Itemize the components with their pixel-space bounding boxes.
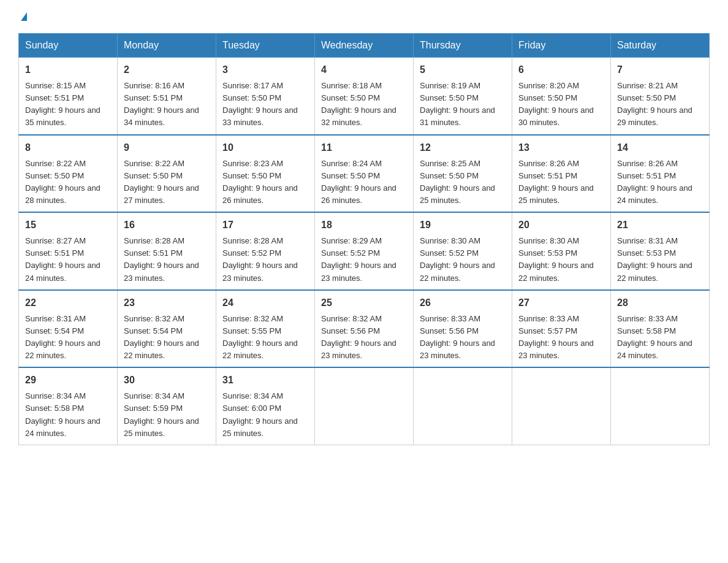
logo — [18, 12, 27, 21]
day-number: 3 — [222, 63, 308, 77]
calendar-day-cell: 23 Sunrise: 8:32 AMSunset: 5:54 PMDaylig… — [118, 290, 216, 368]
weekday-header-friday: Friday — [512, 34, 611, 58]
day-number: 12 — [420, 140, 506, 155]
logo-triangle-icon — [21, 12, 27, 21]
day-info: Sunrise: 8:22 AMSunset: 5:50 PMDaylight:… — [124, 159, 199, 205]
day-info: Sunrise: 8:22 AMSunset: 5:50 PMDaylight:… — [25, 159, 100, 205]
day-info: Sunrise: 8:21 AMSunset: 5:50 PMDaylight:… — [617, 81, 692, 127]
day-info: Sunrise: 8:32 AMSunset: 5:56 PMDaylight:… — [321, 314, 396, 360]
calendar-day-cell: 24 Sunrise: 8:32 AMSunset: 5:55 PMDaylig… — [216, 290, 315, 368]
day-info: Sunrise: 8:26 AMSunset: 5:51 PMDaylight:… — [518, 159, 594, 205]
day-info: Sunrise: 8:31 AMSunset: 5:54 PMDaylight:… — [25, 314, 100, 360]
calendar-day-cell: 20 Sunrise: 8:30 AMSunset: 5:53 PMDaylig… — [512, 212, 611, 290]
day-info: Sunrise: 8:30 AMSunset: 5:53 PMDaylight:… — [518, 236, 594, 282]
calendar-day-cell: 5 Sunrise: 8:19 AMSunset: 5:50 PMDayligh… — [414, 58, 512, 135]
calendar-day-cell: 2 Sunrise: 8:16 AMSunset: 5:51 PMDayligh… — [118, 58, 216, 135]
calendar-week-row: 15 Sunrise: 8:27 AMSunset: 5:51 PMDaylig… — [19, 212, 710, 290]
day-info: Sunrise: 8:33 AMSunset: 5:58 PMDaylight:… — [617, 314, 692, 360]
day-number: 11 — [321, 140, 407, 155]
day-number: 26 — [420, 296, 506, 310]
calendar-day-cell: 14 Sunrise: 8:26 AMSunset: 5:51 PMDaylig… — [611, 135, 710, 213]
day-number: 21 — [617, 218, 703, 232]
day-number: 1 — [25, 63, 111, 77]
day-info: Sunrise: 8:32 AMSunset: 5:54 PMDaylight:… — [124, 314, 199, 360]
day-number: 13 — [518, 140, 604, 155]
weekday-header-saturday: Saturday — [611, 34, 710, 58]
day-number: 5 — [420, 63, 506, 77]
calendar-table: SundayMondayTuesdayWednesdayThursdayFrid… — [18, 33, 710, 445]
weekday-header-sunday: Sunday — [19, 34, 118, 58]
day-number: 10 — [222, 140, 308, 155]
day-number: 9 — [124, 140, 210, 155]
calendar-week-row: 29 Sunrise: 8:34 AMSunset: 5:58 PMDaylig… — [19, 367, 710, 445]
calendar-day-cell: 28 Sunrise: 8:33 AMSunset: 5:58 PMDaylig… — [611, 290, 710, 368]
day-number: 6 — [518, 63, 604, 77]
calendar-day-cell: 10 Sunrise: 8:23 AMSunset: 5:50 PMDaylig… — [216, 135, 315, 213]
calendar-day-cell — [315, 367, 414, 445]
day-info: Sunrise: 8:17 AMSunset: 5:50 PMDaylight:… — [222, 81, 298, 127]
day-number: 28 — [617, 296, 703, 310]
calendar-day-cell: 15 Sunrise: 8:27 AMSunset: 5:51 PMDaylig… — [19, 212, 118, 290]
calendar-day-cell: 25 Sunrise: 8:32 AMSunset: 5:56 PMDaylig… — [315, 290, 414, 368]
weekday-header-thursday: Thursday — [414, 34, 512, 58]
day-number: 16 — [124, 218, 210, 232]
day-info: Sunrise: 8:15 AMSunset: 5:51 PMDaylight:… — [25, 81, 100, 127]
weekday-header-wednesday: Wednesday — [315, 34, 414, 58]
calendar-day-cell: 16 Sunrise: 8:28 AMSunset: 5:51 PMDaylig… — [118, 212, 216, 290]
calendar-day-cell: 1 Sunrise: 8:15 AMSunset: 5:51 PMDayligh… — [19, 58, 118, 135]
day-number: 27 — [518, 296, 604, 310]
day-number: 23 — [124, 296, 210, 310]
calendar-day-cell: 27 Sunrise: 8:33 AMSunset: 5:57 PMDaylig… — [512, 290, 611, 368]
day-number: 20 — [518, 218, 604, 232]
calendar-day-cell: 4 Sunrise: 8:18 AMSunset: 5:50 PMDayligh… — [315, 58, 414, 135]
day-info: Sunrise: 8:33 AMSunset: 5:57 PMDaylight:… — [518, 314, 594, 360]
day-number: 8 — [25, 140, 111, 155]
day-info: Sunrise: 8:23 AMSunset: 5:50 PMDaylight:… — [222, 159, 298, 205]
day-number: 14 — [617, 140, 703, 155]
calendar-header-row: SundayMondayTuesdayWednesdayThursdayFrid… — [19, 34, 710, 58]
calendar-day-cell: 6 Sunrise: 8:20 AMSunset: 5:50 PMDayligh… — [512, 58, 611, 135]
day-number: 17 — [222, 218, 308, 232]
calendar-day-cell: 30 Sunrise: 8:34 AMSunset: 5:59 PMDaylig… — [118, 367, 216, 445]
calendar-day-cell: 19 Sunrise: 8:30 AMSunset: 5:52 PMDaylig… — [414, 212, 512, 290]
day-info: Sunrise: 8:30 AMSunset: 5:52 PMDaylight:… — [420, 236, 495, 282]
day-info: Sunrise: 8:34 AMSunset: 5:59 PMDaylight:… — [124, 391, 199, 437]
day-info: Sunrise: 8:25 AMSunset: 5:50 PMDaylight:… — [420, 159, 495, 205]
calendar-week-row: 22 Sunrise: 8:31 AMSunset: 5:54 PMDaylig… — [19, 290, 710, 368]
day-info: Sunrise: 8:27 AMSunset: 5:51 PMDaylight:… — [25, 236, 100, 282]
day-number: 30 — [124, 373, 210, 388]
calendar-day-cell: 21 Sunrise: 8:31 AMSunset: 5:53 PMDaylig… — [611, 212, 710, 290]
calendar-day-cell: 3 Sunrise: 8:17 AMSunset: 5:50 PMDayligh… — [216, 58, 315, 135]
day-number: 24 — [222, 296, 308, 310]
day-number: 18 — [321, 218, 407, 232]
calendar-day-cell: 9 Sunrise: 8:22 AMSunset: 5:50 PMDayligh… — [118, 135, 216, 213]
calendar-day-cell: 22 Sunrise: 8:31 AMSunset: 5:54 PMDaylig… — [19, 290, 118, 368]
day-info: Sunrise: 8:28 AMSunset: 5:52 PMDaylight:… — [222, 236, 298, 282]
page-header — [18, 12, 710, 21]
day-number: 2 — [124, 63, 210, 77]
day-info: Sunrise: 8:19 AMSunset: 5:50 PMDaylight:… — [420, 81, 495, 127]
calendar-day-cell: 11 Sunrise: 8:24 AMSunset: 5:50 PMDaylig… — [315, 135, 414, 213]
day-info: Sunrise: 8:26 AMSunset: 5:51 PMDaylight:… — [617, 159, 692, 205]
day-info: Sunrise: 8:34 AMSunset: 5:58 PMDaylight:… — [25, 391, 100, 437]
day-info: Sunrise: 8:24 AMSunset: 5:50 PMDaylight:… — [321, 159, 396, 205]
day-info: Sunrise: 8:34 AMSunset: 6:00 PMDaylight:… — [222, 391, 298, 437]
day-number: 15 — [25, 218, 111, 232]
calendar-day-cell — [414, 367, 512, 445]
calendar-week-row: 1 Sunrise: 8:15 AMSunset: 5:51 PMDayligh… — [19, 58, 710, 135]
day-info: Sunrise: 8:31 AMSunset: 5:53 PMDaylight:… — [617, 236, 692, 282]
day-number: 31 — [222, 373, 308, 388]
day-info: Sunrise: 8:33 AMSunset: 5:56 PMDaylight:… — [420, 314, 495, 360]
day-info: Sunrise: 8:20 AMSunset: 5:50 PMDaylight:… — [518, 81, 594, 127]
calendar-day-cell: 13 Sunrise: 8:26 AMSunset: 5:51 PMDaylig… — [512, 135, 611, 213]
day-info: Sunrise: 8:28 AMSunset: 5:51 PMDaylight:… — [124, 236, 199, 282]
day-info: Sunrise: 8:32 AMSunset: 5:55 PMDaylight:… — [222, 314, 298, 360]
calendar-day-cell: 12 Sunrise: 8:25 AMSunset: 5:50 PMDaylig… — [414, 135, 512, 213]
calendar-day-cell: 18 Sunrise: 8:29 AMSunset: 5:52 PMDaylig… — [315, 212, 414, 290]
day-number: 19 — [420, 218, 506, 232]
weekday-header-tuesday: Tuesday — [216, 34, 315, 58]
day-number: 25 — [321, 296, 407, 310]
calendar-day-cell: 29 Sunrise: 8:34 AMSunset: 5:58 PMDaylig… — [19, 367, 118, 445]
calendar-day-cell: 7 Sunrise: 8:21 AMSunset: 5:50 PMDayligh… — [611, 58, 710, 135]
calendar-day-cell: 17 Sunrise: 8:28 AMSunset: 5:52 PMDaylig… — [216, 212, 315, 290]
